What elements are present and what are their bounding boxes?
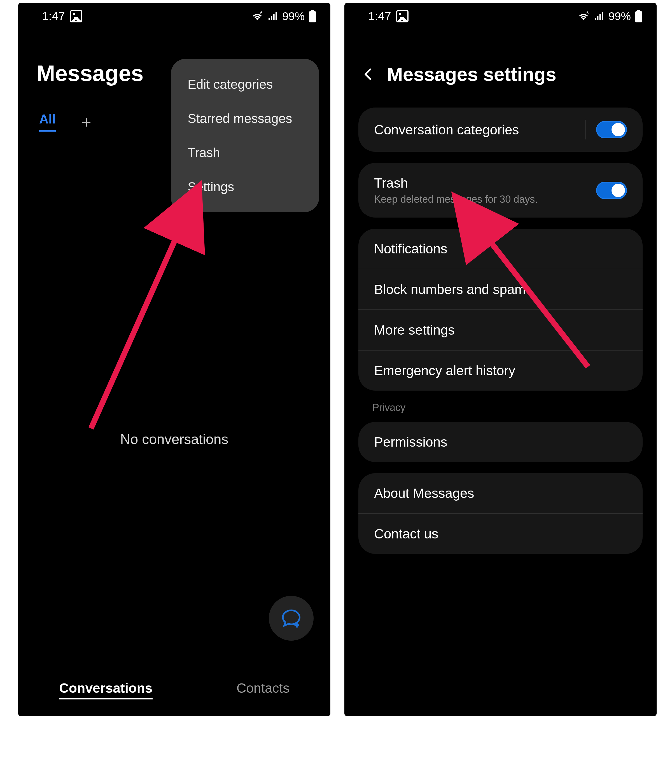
svg-text:6: 6 (586, 11, 588, 15)
svg-rect-5 (311, 10, 314, 11)
tab-all[interactable]: All (39, 112, 56, 132)
svg-rect-6 (309, 11, 316, 22)
status-bar: 1:47 6 99% (344, 3, 656, 30)
nav-contacts[interactable]: Contacts (236, 680, 289, 700)
toggle-trash[interactable] (596, 182, 627, 199)
row-about-messages[interactable]: About Messages (358, 473, 642, 513)
battery-icon (635, 10, 642, 22)
wifi-icon: 6 (578, 10, 590, 22)
svg-rect-8 (595, 18, 596, 20)
status-battery-pct: 99% (282, 10, 305, 23)
row-trash[interactable]: Trash Keep deleted messages for 30 days. (358, 163, 642, 218)
svg-rect-3 (273, 14, 275, 20)
card-trash: Trash Keep deleted messages for 30 days. (358, 163, 642, 218)
signal-icon (267, 11, 278, 22)
add-category-icon[interactable]: ＋ (78, 114, 94, 130)
svg-rect-13 (635, 11, 642, 22)
compose-icon (280, 607, 302, 630)
row-sublabel: Keep deleted messages for 30 days. (374, 193, 596, 205)
messages-app-screenshot: 1:47 6 99% (18, 3, 330, 716)
picture-icon (70, 10, 82, 22)
menu-edit-categories[interactable]: Edit categories (171, 67, 319, 101)
overflow-menu: Edit categories Starred messages Trash S… (171, 59, 319, 212)
section-label-privacy: Privacy (372, 402, 656, 414)
signal-icon (593, 11, 605, 22)
row-label: About Messages (374, 485, 627, 501)
row-notifications[interactable]: Notifications (358, 229, 642, 269)
nav-conversations[interactable]: Conversations (59, 680, 152, 700)
bottom-nav: Conversations Contacts (18, 680, 330, 700)
row-conversation-categories[interactable]: Conversation categories (358, 107, 642, 152)
row-label: Contact us (374, 526, 627, 541)
card-conversation-categories: Conversation categories (358, 107, 642, 152)
row-label: Emergency alert history (374, 363, 627, 378)
svg-rect-4 (275, 12, 277, 20)
toggle-conversation-categories[interactable] (596, 121, 627, 138)
empty-state-text: No conversations (18, 431, 330, 448)
wifi-icon: 6 (252, 10, 263, 22)
status-right: 6 99% (578, 10, 642, 23)
svg-rect-2 (271, 16, 272, 20)
divider (585, 120, 586, 140)
svg-rect-10 (599, 14, 601, 20)
messages-settings-screenshot: 1:47 6 99% (344, 3, 656, 716)
svg-rect-12 (637, 10, 640, 11)
row-label: Block numbers and spam (374, 282, 627, 297)
back-icon[interactable] (361, 67, 376, 81)
row-permissions[interactable]: Permissions (358, 422, 642, 462)
row-block-numbers[interactable]: Block numbers and spam (358, 269, 642, 310)
row-emergency-alerts[interactable]: Emergency alert history (358, 350, 642, 390)
status-time: 1:47 (42, 9, 65, 23)
picture-icon (396, 10, 409, 22)
row-label: Permissions (374, 434, 627, 450)
row-more-settings[interactable]: More settings (358, 310, 642, 350)
row-label: Notifications (374, 241, 627, 257)
menu-starred-messages[interactable]: Starred messages (171, 101, 319, 135)
battery-icon (308, 10, 316, 22)
card-privacy: Permissions (358, 422, 642, 462)
row-label: More settings (374, 322, 627, 338)
row-label: Trash (374, 175, 596, 191)
svg-text:6: 6 (260, 11, 262, 15)
card-about: About Messages Contact us (358, 473, 642, 554)
svg-rect-11 (602, 12, 603, 20)
status-right: 6 99% (252, 10, 316, 23)
svg-rect-1 (269, 18, 270, 20)
settings-title: Messages settings (387, 63, 556, 85)
menu-trash[interactable]: Trash (171, 135, 319, 170)
menu-settings[interactable]: Settings (171, 170, 319, 204)
status-time: 1:47 (368, 9, 391, 23)
compose-fab[interactable] (269, 596, 314, 641)
row-contact-us[interactable]: Contact us (358, 513, 642, 554)
status-bar: 1:47 6 99% (18, 3, 330, 30)
row-label: Conversation categories (374, 122, 580, 137)
status-battery-pct: 99% (608, 10, 631, 23)
card-general: Notifications Block numbers and spam Mor… (358, 229, 642, 390)
settings-header: Messages settings (344, 30, 656, 85)
svg-rect-9 (597, 16, 598, 20)
